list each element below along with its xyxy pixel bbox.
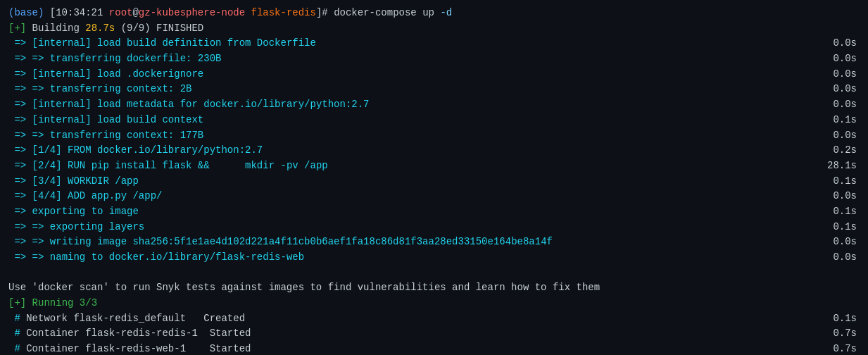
running-line: [+] Running 3/3 (8, 296, 860, 311)
running-text: Running 3/3 (26, 296, 97, 311)
step-4: => => transferring context: 2B 0.0s (8, 82, 860, 97)
prompt-space2 (245, 6, 251, 21)
service-web: # Container flask-redis-web-1 Started 0.… (8, 342, 860, 355)
running-plus-icon: [+] (8, 296, 26, 311)
prompt-space1 (103, 6, 108, 21)
prompt-host: gz-kubesphere-node (139, 6, 245, 21)
service-network: # Network flask-redis_default Created 0.… (8, 311, 860, 327)
building-text: Building (26, 21, 85, 37)
prompt-root: root (109, 6, 133, 21)
step-14: => => writing image sha256:5f1e1ae4d102d… (8, 235, 860, 250)
prompt-close: ]# (316, 6, 334, 21)
step-2: => => transferring dockerfile: 230B 0.0s (8, 51, 860, 67)
step-7: => => transferring context: 177B 0.0s (8, 128, 860, 144)
step-5: => [internal] load metadata for docker.i… (8, 97, 860, 113)
command-text: docker-compose up (334, 6, 440, 21)
step-13: => => exporting layers 0.1s (8, 220, 860, 235)
prompt-flask: flask-redis (251, 6, 316, 21)
base-label: (base) (8, 6, 50, 21)
prompt-time: [10:34:21 (50, 6, 103, 21)
step-11: => [4/4] ADD app.py /app/ 0.0s (8, 189, 860, 204)
plus-icon: [+] (8, 21, 26, 37)
step-3: => [internal] load .dockerignore 0.0s (8, 67, 860, 82)
step-1: => [internal] load build definition from… (8, 36, 860, 51)
prompt-at: @ (132, 6, 138, 21)
prompt-line: (base) [10:34:21 root@gz-kubesphere-node… (8, 6, 860, 21)
build-time: 28.7s (85, 21, 115, 37)
build-steps: (9/9) FINISHED (115, 21, 203, 37)
step-10: => [3/4] WORKDIR /app 0.1s (8, 174, 860, 189)
notice-line: Use 'docker scan' to run Snyk tests agai… (8, 280, 860, 296)
step-6: => [internal] load build context 0.1s (8, 113, 860, 128)
step-8: => [1/4] FROM docker.io/library/python:2… (8, 143, 860, 158)
building-left: [+] Building 28.7s (9/9) FINISHED (8, 21, 203, 37)
step-9: => [2/4] RUN pip install flask && mkdir … (8, 158, 860, 174)
empty-line (8, 266, 860, 281)
step-15: => => naming to docker.io/library/flask-… (8, 250, 860, 266)
service-redis: # Container flask-redis-redis-1 Started … (8, 326, 860, 342)
step-12: => exporting to image 0.1s (8, 204, 860, 220)
building-line: [+] Building 28.7s (9/9) FINISHED (8, 21, 860, 37)
terminal-window: (base) [10:34:21 root@gz-kubesphere-node… (8, 6, 860, 349)
command-flag: -d (440, 6, 452, 21)
